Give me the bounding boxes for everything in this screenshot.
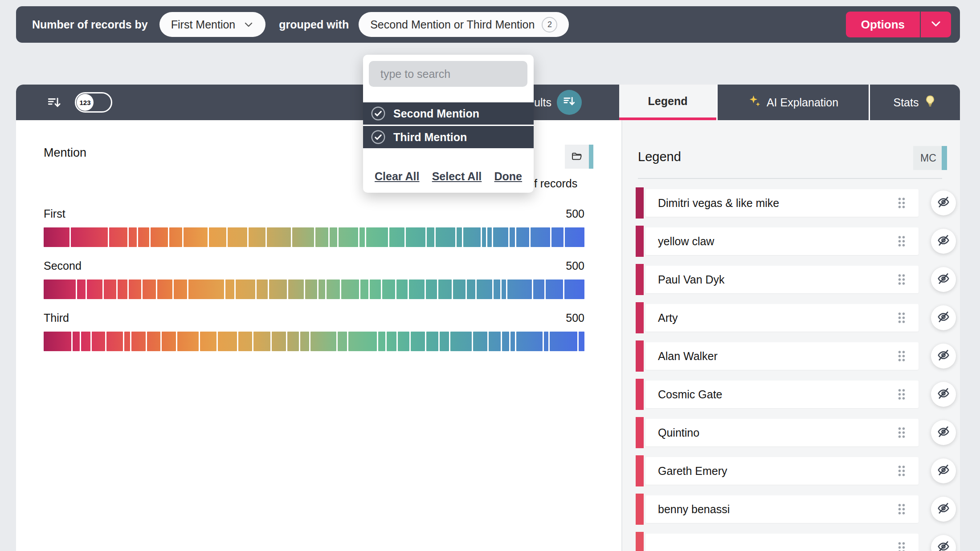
tab-stats[interactable]: Stats <box>870 85 960 120</box>
bar-segment[interactable] <box>253 332 270 351</box>
bar-segment[interactable] <box>366 227 388 247</box>
hide-series-button[interactable] <box>931 458 956 483</box>
bar-segment[interactable] <box>564 280 584 299</box>
bar-segment[interactable] <box>436 227 455 247</box>
options-dropdown-button[interactable] <box>920 12 951 37</box>
legend-item-card[interactable]: Dimitri vegas & like mike <box>645 189 919 217</box>
bar-segment[interactable] <box>131 332 146 351</box>
legend-item-card[interactable]: yellow claw <box>645 227 919 255</box>
dropdown-option[interactable]: Third Mention <box>363 126 534 148</box>
stacked-bar[interactable] <box>44 280 584 299</box>
bar-segment[interactable] <box>327 280 340 299</box>
bar-segment[interactable] <box>533 280 544 299</box>
bar-segment[interactable] <box>510 227 515 247</box>
drag-handle-icon[interactable] <box>897 273 906 288</box>
bar-segment[interactable] <box>551 227 564 247</box>
legend-item[interactable]: Gareth Emery <box>622 457 960 485</box>
clear-all-link[interactable]: Clear All <box>375 170 420 183</box>
bar-segment[interactable] <box>463 227 481 247</box>
bar-segment[interactable] <box>272 332 286 351</box>
bar-segment[interactable] <box>502 280 506 299</box>
bar-segment[interactable] <box>409 280 425 299</box>
bar-segment[interactable] <box>310 332 337 351</box>
bar-segment[interactable] <box>177 332 199 351</box>
bar-segment[interactable] <box>104 280 116 299</box>
bar-segment[interactable] <box>143 280 156 299</box>
bar-segment[interactable] <box>516 332 543 351</box>
hide-series-button[interactable] <box>931 267 956 292</box>
legend-item[interactable]: Dimitri vegas & like mike <box>622 189 960 217</box>
bar-segment[interactable] <box>487 227 492 247</box>
bar-segment[interactable] <box>292 227 314 247</box>
hide-series-button[interactable] <box>931 344 956 369</box>
bar-segment[interactable] <box>151 227 168 247</box>
legend-item[interactable]: Quintino <box>622 419 960 446</box>
drag-handle-icon[interactable] <box>897 196 906 211</box>
bar-segment[interactable] <box>450 332 472 351</box>
bar-segment[interactable] <box>228 227 247 247</box>
bar-segment[interactable] <box>287 332 299 351</box>
dropdown-option[interactable]: Second Mention <box>363 102 534 125</box>
bar-segment[interactable] <box>457 227 462 247</box>
stacked-bar[interactable] <box>44 227 584 247</box>
bar-segment[interactable] <box>71 227 108 247</box>
bar-segment[interactable] <box>396 280 408 299</box>
bar-segment[interactable] <box>387 332 396 351</box>
legend-item[interactable]: benny benassi <box>622 495 960 523</box>
bar-segment[interactable] <box>267 227 291 247</box>
done-link[interactable]: Done <box>494 170 522 183</box>
bar-segment[interactable] <box>440 332 449 351</box>
bar-segment[interactable] <box>288 280 304 299</box>
tab-ai-explanation[interactable]: AI Explanation <box>718 85 869 120</box>
bar-segment[interactable] <box>218 332 237 351</box>
bar-segment[interactable] <box>81 332 90 351</box>
folder-button[interactable] <box>565 145 593 169</box>
bar-segment[interactable] <box>106 332 123 351</box>
legend-item[interactable]: Paul Van Dyk <box>622 266 960 293</box>
bar-segment[interactable] <box>339 227 358 247</box>
bar-segment[interactable] <box>92 332 105 351</box>
drag-handle-icon[interactable] <box>897 502 906 518</box>
drag-handle-icon[interactable] <box>897 349 906 365</box>
bar-segment[interactable] <box>378 332 385 351</box>
bar-segment[interactable] <box>389 227 404 247</box>
bar-segment[interactable] <box>507 280 532 299</box>
bar-segment[interactable] <box>44 332 71 351</box>
sort-results-button[interactable] <box>557 90 582 115</box>
bar-segment[interactable] <box>467 280 476 299</box>
bar-segment[interactable] <box>359 227 365 247</box>
bar-segment[interactable] <box>493 227 508 247</box>
bar-segment[interactable] <box>318 280 325 299</box>
bar-segment[interactable] <box>44 227 69 247</box>
drag-handle-icon[interactable] <box>897 235 906 250</box>
bar-segment[interactable] <box>169 227 182 247</box>
bar-segment[interactable] <box>516 227 529 247</box>
bar-segment[interactable] <box>330 227 338 247</box>
hide-series-button[interactable] <box>931 382 956 407</box>
hide-series-button[interactable] <box>931 420 956 445</box>
bar-segment[interactable] <box>382 280 396 299</box>
drag-handle-icon[interactable] <box>897 311 906 326</box>
bar-segment[interactable] <box>370 280 381 299</box>
bar-segment[interactable] <box>87 280 102 299</box>
bar-segment[interactable] <box>426 280 437 299</box>
measure-dropdown[interactable]: First Mention <box>159 12 265 37</box>
bar-segment[interactable] <box>77 280 86 299</box>
bar-segment[interactable] <box>531 227 550 247</box>
options-button[interactable]: Options <box>846 12 920 37</box>
bar-segment[interactable] <box>398 332 410 351</box>
bar-segment[interactable] <box>482 227 486 247</box>
bar-segment[interactable] <box>124 332 130 351</box>
bar-segment[interactable] <box>225 280 234 299</box>
hide-series-button[interactable] <box>931 229 956 254</box>
mc-badge[interactable]: MC <box>913 146 947 170</box>
bar-segment[interactable] <box>138 227 149 247</box>
bar-segment[interactable] <box>129 280 141 299</box>
legend-item-card[interactable]: Quintino <box>645 419 919 446</box>
legend-item-card[interactable]: benny benassi <box>645 495 919 523</box>
bar-segment[interactable] <box>489 332 501 351</box>
bar-segment[interactable] <box>249 227 266 247</box>
legend-item[interactable]: Alan Walker <box>622 342 960 370</box>
bar-segment[interactable] <box>544 332 549 351</box>
legend-item[interactable] <box>622 534 960 551</box>
